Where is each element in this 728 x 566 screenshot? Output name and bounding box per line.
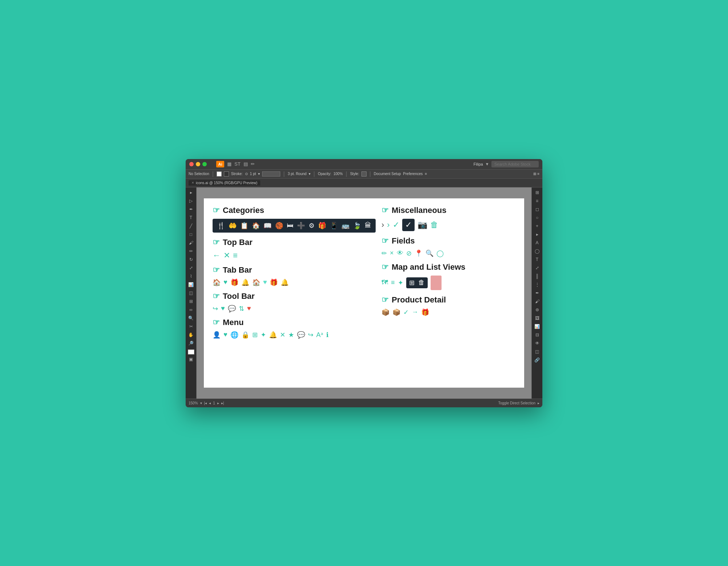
mesh-tool[interactable]: ⊞ — [186, 298, 196, 305]
rp-dotted-icon[interactable]: ⋮ — [533, 281, 542, 288]
rp-grid2-icon[interactable]: ⊟ — [533, 331, 542, 339]
panel-toggle[interactable]: ⊞ ≡ — [533, 172, 539, 176]
line-tool[interactable]: ╱ — [186, 222, 196, 230]
user-name: Filipa — [474, 162, 483, 166]
stroke-preview — [262, 171, 280, 177]
rp-transform-icon[interactable]: ⊞ — [533, 189, 542, 196]
maplist-hand-icon: ☞ — [381, 262, 389, 272]
cat-phone-icon: 📱 — [330, 222, 338, 230]
rp-pathfinder-icon[interactable]: ◻ — [533, 206, 542, 213]
rp-lines-icon[interactable]: ║ — [533, 273, 542, 280]
stroke-chevron[interactable]: ▾ — [258, 172, 260, 176]
pencil-tool[interactable]: ✏ — [186, 248, 196, 255]
rp-layer-icon[interactable]: ◫ — [533, 348, 542, 355]
tool-heart-red-icon: ♥ — [247, 305, 251, 312]
rp-pen2-icon[interactable]: ✒ — [533, 289, 542, 297]
nav-next-btn[interactable]: ▸| — [221, 401, 224, 405]
nav-step-left[interactable]: ◂ — [209, 401, 211, 405]
menu-globe-icon: 🌐 — [230, 331, 238, 339]
top-bar-icons: ← ✕ ≡ — [213, 251, 376, 260]
fill-swatch[interactable] — [217, 171, 222, 177]
type-tool[interactable]: T — [186, 214, 196, 221]
product-detail-icons: 📦 📦 ✓ → 🎁 — [381, 308, 515, 316]
fields-title: ☞ Fields — [381, 236, 515, 246]
fill-stroke-icon[interactable] — [188, 349, 194, 355]
shape-tool[interactable]: □ — [186, 231, 196, 238]
opacity-value[interactable]: 100% — [333, 172, 343, 176]
minimize-button[interactable] — [196, 162, 200, 166]
icon-grid: ▦ — [227, 161, 232, 167]
rp-link-icon[interactable]: 🔗 — [533, 356, 542, 364]
categories-hand-icon: ☞ — [213, 206, 220, 215]
stroke-swatch[interactable] — [224, 171, 229, 177]
rp-align-icon[interactable]: ≡ — [533, 197, 542, 205]
rp-type2-icon[interactable]: T — [533, 256, 542, 263]
maximize-button[interactable] — [202, 162, 207, 166]
user-chevron[interactable]: ▾ — [486, 161, 488, 167]
close-button[interactable] — [189, 162, 194, 166]
rp-swirl-icon[interactable]: ⊛ — [533, 306, 542, 313]
scissors-tool[interactable]: ✂ — [186, 323, 196, 330]
title-right: Filipa ▾ — [474, 161, 539, 167]
doc-setup-button[interactable]: Document Setup — [374, 172, 401, 176]
rp-brush2-icon[interactable]: 🖌 — [533, 298, 542, 305]
rp-eye-icon[interactable]: 👁 — [533, 340, 542, 347]
misc-chevron1-icon: › — [381, 220, 384, 230]
brush-select[interactable]: 3 pt. Round — [288, 172, 306, 176]
rp-image-icon[interactable]: 🖼 — [533, 314, 542, 322]
pd-gift-icon: 🎁 — [421, 308, 429, 316]
rp-circle-icon[interactable]: ◯ — [533, 248, 542, 255]
fields-section: ☞ Fields ✏ × 👁 ⊘ 📍 🔍 ◯ — [381, 236, 515, 257]
tool-bar-icons: ↪ ♥ 💬 ⇅ ♥ — [213, 305, 376, 313]
zoom-chevron[interactable]: ▾ — [200, 401, 202, 405]
rp-expand-icon[interactable]: ⤢ — [533, 264, 542, 272]
menu-user-icon: 👤 — [213, 331, 221, 339]
ml-pink-indicator — [431, 276, 442, 290]
left-column: ☞ Categories 🍴 🤲 📋 🏠 📖 🏀 🛏 — [213, 206, 376, 380]
paintbrush-tool[interactable]: 🖌 — [186, 239, 196, 246]
pd-hand-icon: ☞ — [381, 295, 389, 305]
blend-tool[interactable]: ∞ — [186, 306, 196, 313]
menu-x-icon: ✕ — [280, 331, 285, 339]
canvas-content: ☞ Categories 🍴 🤲 📋 🏠 📖 🏀 🛏 — [213, 206, 515, 380]
arrange-icon[interactable]: ≡ — [425, 172, 427, 176]
rp-stroke-icon[interactable]: ○ — [533, 214, 542, 221]
scale-tool[interactable]: ⤢ — [186, 264, 196, 272]
direct-select-tool[interactable]: ▷ — [186, 197, 196, 205]
tab-home-icon: 🏠 — [213, 278, 221, 286]
stroke-value[interactable]: 1 pt — [250, 172, 256, 176]
gradient-tool[interactable]: ◫ — [186, 289, 196, 297]
menu-hand-icon: ☞ — [213, 318, 220, 327]
pd-box1-icon: 📦 — [381, 308, 389, 316]
categories-icons-row: 🍴 🤲 📋 🏠 📖 🏀 🛏 ➕ ⚙ 🎁 📱 — [213, 219, 376, 233]
pen-tool[interactable]: ✒ — [186, 206, 196, 213]
warp-tool[interactable]: ⌇ — [186, 273, 196, 280]
document-tab[interactable]: ✕ icons.ai @ 150% (RGB/GPU Preview) — [189, 180, 260, 186]
screen-mode-icon[interactable]: ▣ — [186, 356, 196, 363]
nav-step-right[interactable]: ▸ — [217, 401, 219, 405]
cat-home-icon: 🏠 — [252, 222, 260, 230]
pd-box2-icon: 📦 — [392, 308, 400, 316]
style-swatch[interactable] — [361, 171, 367, 177]
rp-select2-icon[interactable]: ▸ — [533, 231, 542, 238]
rp-color-icon[interactable]: A — [533, 239, 542, 246]
tool-bar-section: ☞ Tool Bar ↪ ♥ 💬 ⇅ ♥ — [213, 292, 376, 313]
icon-layout: ▤ — [244, 161, 248, 167]
misc-hand-icon: ☞ — [381, 206, 389, 215]
eyedropper-tool[interactable]: 🔍 — [186, 314, 196, 322]
tb-close-icon: ✕ — [223, 251, 230, 260]
bottom-arrow[interactable]: ▸ — [538, 401, 539, 405]
zoom-tool[interactable]: 🔎 — [186, 340, 196, 347]
tab-close-icon[interactable]: ✕ — [191, 181, 194, 185]
hand-tool[interactable]: ✋ — [186, 331, 196, 339]
nav-prev-btn[interactable]: |◂ — [204, 401, 207, 405]
select-tool[interactable]: ▸ — [186, 189, 196, 196]
preferences-button[interactable]: Preferences — [403, 172, 423, 176]
cat-book-icon: 📖 — [264, 222, 272, 230]
rp-add-icon[interactable]: + — [533, 222, 542, 230]
search-stock-input[interactable] — [491, 161, 539, 167]
graph-tool[interactable]: 📊 — [186, 281, 196, 288]
rotate-tool[interactable]: ↻ — [186, 256, 196, 263]
rp-chart-icon[interactable]: 📊 — [533, 323, 542, 330]
brush-chevron[interactable]: ▾ — [309, 172, 310, 176]
